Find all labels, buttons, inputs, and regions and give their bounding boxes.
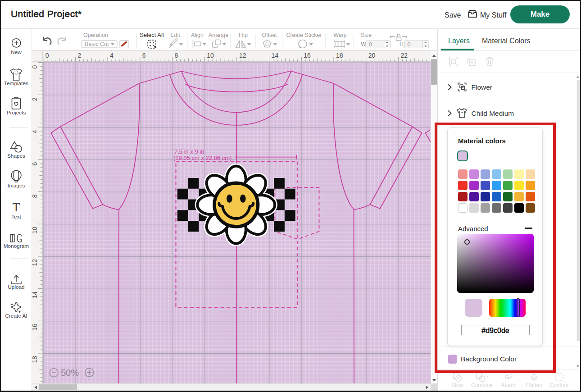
svg-text:10: 10 bbox=[32, 227, 38, 234]
svg-text:12: 12 bbox=[239, 52, 246, 59]
svg-text:Operation: Operation bbox=[83, 32, 108, 38]
svg-text:Warp: Warp bbox=[333, 32, 346, 38]
svg-text:Size: Size bbox=[361, 32, 372, 38]
svg-text:18: 18 bbox=[32, 356, 38, 363]
svg-text:Child Medium: Child Medium bbox=[472, 109, 514, 117]
svg-text:0: 0 bbox=[369, 41, 372, 48]
svg-text:Attach: Attach bbox=[501, 382, 517, 388]
svg-text:Flatten: Flatten bbox=[526, 382, 542, 388]
svg-text:Arrange: Arrange bbox=[209, 32, 229, 38]
svg-text:0: 0 bbox=[32, 65, 38, 68]
svg-text:Create Sticker: Create Sticker bbox=[286, 32, 322, 38]
svg-text:10: 10 bbox=[207, 52, 214, 59]
svg-text:8: 8 bbox=[32, 194, 38, 198]
svg-text:Shapes: Shapes bbox=[7, 153, 25, 159]
svg-text:2: 2 bbox=[32, 97, 38, 101]
svg-text:Text: Text bbox=[11, 214, 21, 220]
svg-text:Basic Cut: Basic Cut bbox=[85, 41, 109, 47]
svg-text:8: 8 bbox=[175, 52, 178, 59]
svg-text:Images: Images bbox=[8, 182, 25, 189]
svg-text:14: 14 bbox=[32, 291, 38, 298]
svg-text:(19.05 cm x 22.86 cm): (19.05 cm x 22.86 cm) bbox=[173, 155, 231, 161]
svg-text:Slice: Slice bbox=[451, 382, 463, 388]
svg-text:6: 6 bbox=[142, 52, 146, 59]
svg-text:H: H bbox=[399, 41, 404, 47]
svg-text:T: T bbox=[13, 201, 20, 214]
svg-text:Select All: Select All bbox=[140, 32, 164, 38]
svg-text:Align: Align bbox=[191, 32, 204, 38]
svg-text:Contour: Contour bbox=[549, 382, 569, 388]
svg-text:12: 12 bbox=[32, 259, 38, 266]
svg-text:Projects: Projects bbox=[7, 109, 26, 116]
svg-text:New: New bbox=[11, 49, 22, 55]
svg-text:6: 6 bbox=[32, 162, 38, 166]
svg-text:50%: 50% bbox=[61, 368, 79, 378]
svg-text:16: 16 bbox=[304, 52, 311, 59]
svg-text:Create AI: Create AI bbox=[5, 313, 27, 319]
svg-text:4: 4 bbox=[32, 130, 38, 133]
svg-text:20: 20 bbox=[368, 52, 376, 59]
svg-text:0: 0 bbox=[45, 52, 49, 59]
svg-text:2: 2 bbox=[77, 52, 81, 59]
svg-text:Upload: Upload bbox=[8, 284, 24, 290]
svg-text:W: W bbox=[361, 41, 366, 47]
svg-text:0: 0 bbox=[408, 41, 411, 48]
svg-text:18: 18 bbox=[336, 52, 343, 59]
svg-text:Combine: Combine bbox=[471, 382, 493, 388]
svg-text:14: 14 bbox=[272, 52, 279, 59]
svg-text:16: 16 bbox=[32, 324, 38, 331]
svg-text:22: 22 bbox=[400, 52, 408, 59]
svg-text:Flower: Flower bbox=[472, 83, 493, 91]
svg-text:Flip: Flip bbox=[239, 32, 248, 38]
svg-text:Monogram: Monogram bbox=[4, 243, 29, 249]
svg-text:Offset: Offset bbox=[262, 32, 277, 38]
svg-text:Edit: Edit bbox=[170, 32, 180, 38]
svg-text:4: 4 bbox=[110, 52, 113, 59]
svg-text:Templates: Templates bbox=[4, 80, 28, 87]
